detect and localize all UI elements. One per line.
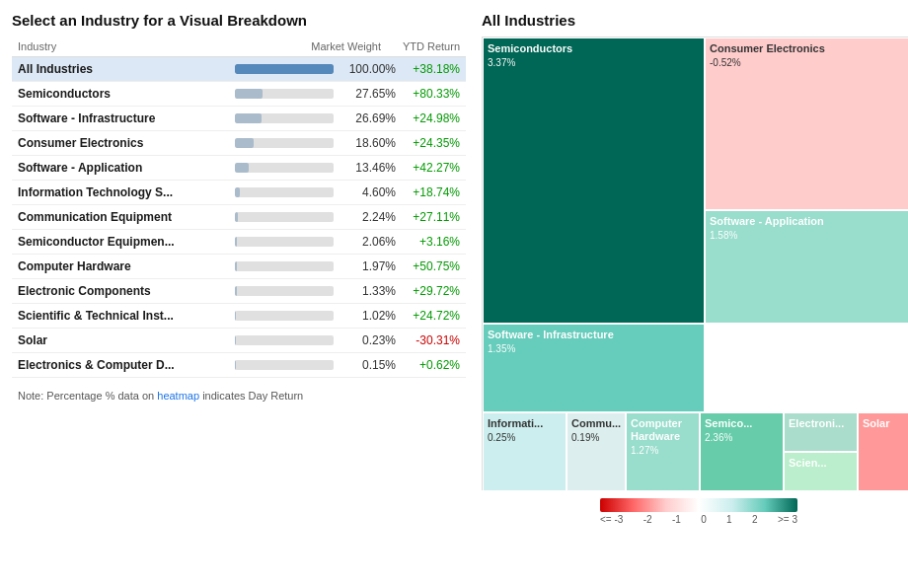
row-bar — [235, 261, 237, 271]
treemap-cell-software-application[interactable]: Software - Application1.58% — [705, 210, 908, 324]
row-bar — [235, 138, 254, 148]
row-industry-name: Scientific & Technical Inst... — [18, 309, 235, 323]
cell-label: Software - Application — [710, 215, 908, 228]
treemap-cell-semi-equipment[interactable]: Semico...2.36% — [700, 412, 784, 491]
row-ytd: +18.74% — [396, 185, 460, 199]
row-bar-container — [235, 163, 334, 173]
row-bar — [235, 89, 263, 99]
treemap-cell-consumer-electronics[interactable]: Consumer Electronics-0.52% — [705, 37, 908, 210]
cell-pct: 1.58% — [710, 230, 908, 241]
table-row[interactable]: Electronics & Computer D...0.15%+0.62% — [12, 353, 466, 378]
treemap-cell-communication[interactable]: Commu...0.19% — [567, 412, 626, 491]
treemap-legend: <= -3-2-1012>= 3 — [482, 498, 908, 525]
row-weight: 0.15% — [341, 358, 396, 372]
cell-pct: 3.37% — [488, 57, 700, 68]
row-bar-container — [235, 286, 334, 296]
legend-label: >= 3 — [778, 514, 797, 525]
row-bar-container — [235, 360, 334, 370]
left-panel-title: Select an Industry for a Visual Breakdow… — [12, 12, 466, 29]
treemap-cell-software-infrastructure[interactable]: Software - Infrastructure1.35% — [483, 324, 705, 412]
legend-label: 0 — [701, 514, 707, 525]
row-ytd: +29.72% — [396, 284, 460, 298]
legend-label: -1 — [672, 514, 681, 525]
row-weight: 2.06% — [341, 235, 396, 249]
row-bar-container — [235, 138, 334, 148]
table-row[interactable]: Consumer Electronics18.60%+24.35% — [12, 131, 466, 156]
row-industry-name: Communication Equipment — [18, 210, 235, 224]
cell-label: Scien... — [789, 457, 853, 470]
row-bar-container — [235, 187, 334, 197]
table-row[interactable]: Computer Hardware1.97%+50.75% — [12, 255, 466, 279]
row-ytd: +50.75% — [396, 259, 460, 273]
header-market-weight: Market Weight — [243, 40, 381, 52]
treemap-cell-scientific[interactable]: Scien... — [784, 452, 858, 491]
table-row[interactable]: Solar0.23%-30.31% — [12, 329, 466, 353]
cell-label: Solar — [863, 417, 908, 430]
table-row[interactable]: Software - Application13.46%+42.27% — [12, 156, 466, 181]
row-ytd: +24.98% — [396, 111, 460, 125]
cell-pct: -0.52% — [710, 57, 908, 68]
row-ytd: +42.27% — [396, 161, 460, 175]
cell-pct: 0.25% — [488, 432, 562, 443]
table-row[interactable]: Scientific & Technical Inst...1.02%+24.7… — [12, 304, 466, 329]
treemap-cell-semiconductors[interactable]: Semiconductors3.37% — [483, 37, 705, 324]
cell-label: Informati... — [488, 417, 562, 430]
cell-label: Semico... — [705, 417, 779, 430]
row-weight: 0.23% — [341, 333, 396, 347]
legend-label: 1 — [726, 514, 732, 525]
row-bar — [235, 286, 237, 296]
treemap-cell-solar[interactable]: Solar — [858, 412, 908, 491]
heatmap-note: Note: Percentage % data on heatmap indic… — [12, 386, 466, 405]
row-bar-container — [235, 335, 334, 345]
cell-pct: 1.27% — [631, 445, 695, 456]
row-ytd: +27.11% — [396, 210, 460, 224]
treemap-cell-information-tech[interactable]: Informati...0.25% — [483, 412, 567, 491]
row-bar — [235, 163, 249, 173]
table-row[interactable]: Communication Equipment2.24%+27.11% — [12, 205, 466, 230]
row-ytd: +24.72% — [396, 309, 460, 323]
row-ytd: +38.18% — [396, 62, 460, 76]
row-ytd: +80.33% — [396, 87, 460, 101]
treemap[interactable]: Semiconductors3.37%Consumer Electronics-… — [482, 37, 908, 490]
row-industry-name: Computer Hardware — [18, 259, 235, 273]
row-bar-container — [235, 89, 334, 99]
row-industry-name: Software - Application — [18, 161, 235, 175]
treemap-cell-electronic-components[interactable]: Electroni... — [784, 412, 858, 452]
table-row[interactable]: Electronic Components1.33%+29.72% — [12, 279, 466, 304]
industry-table: All Industries100.00%+38.18%Semiconducto… — [12, 57, 466, 378]
row-industry-name: Solar — [18, 333, 235, 347]
row-weight: 13.46% — [341, 161, 396, 175]
table-row[interactable]: All Industries100.00%+38.18% — [12, 57, 466, 82]
cell-label: Consumer Electronics — [710, 42, 908, 55]
row-bar — [235, 113, 262, 123]
table-row[interactable]: Semiconductor Equipmen...2.06%+3.16% — [12, 230, 466, 255]
row-weight: 18.60% — [341, 136, 396, 150]
row-ytd: +0.62% — [396, 358, 460, 372]
row-industry-name: Electronic Components — [18, 284, 235, 298]
treemap-cell-computer-hardware[interactable]: Computer Hardware1.27% — [626, 412, 700, 491]
heatmap-link[interactable]: heatmap — [157, 390, 199, 402]
right-panel-title: All Industries — [482, 12, 908, 29]
row-bar-container — [235, 311, 334, 321]
row-industry-name: Semiconductor Equipmen... — [18, 235, 235, 249]
row-industry-name: All Industries — [18, 62, 235, 76]
header-industry: Industry — [18, 40, 243, 52]
row-weight: 26.69% — [341, 111, 396, 125]
row-bar-container — [235, 113, 334, 123]
row-bar — [235, 237, 237, 247]
header-ytd-return: YTD Return — [381, 40, 460, 52]
row-weight: 4.60% — [341, 185, 396, 199]
row-bar — [235, 187, 240, 197]
row-ytd: +24.35% — [396, 136, 460, 150]
row-weight: 1.33% — [341, 284, 396, 298]
cell-label: Software - Infrastructure — [488, 329, 700, 341]
table-row[interactable]: Software - Infrastructure26.69%+24.98% — [12, 107, 466, 131]
row-industry-name: Information Technology S... — [18, 185, 235, 199]
right-panel: All Industries Semiconductors3.37%Consum… — [482, 12, 908, 525]
cell-label: Semiconductors — [488, 42, 700, 55]
table-row[interactable]: Semiconductors27.65%+80.33% — [12, 82, 466, 107]
legend-label: 2 — [752, 514, 758, 525]
row-bar — [235, 360, 236, 370]
table-row[interactable]: Information Technology S...4.60%+18.74% — [12, 181, 466, 205]
row-industry-name: Consumer Electronics — [18, 136, 235, 150]
